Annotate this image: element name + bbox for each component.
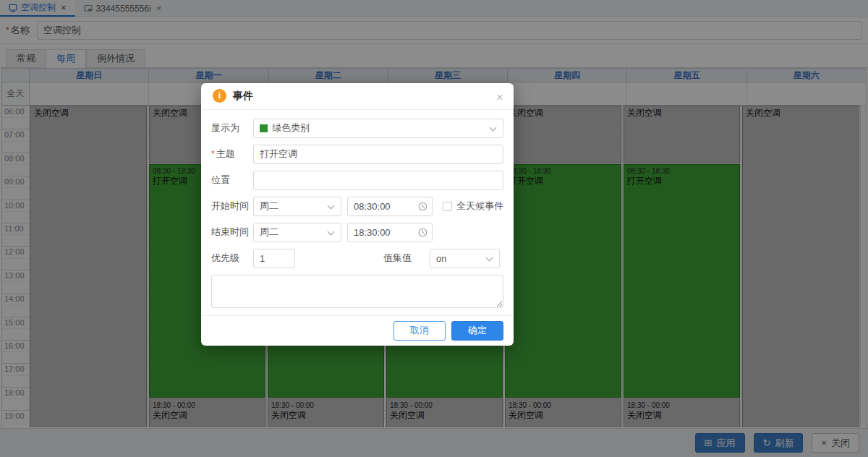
end-day-select[interactable]: 周二 [253, 223, 341, 242]
location-label: 位置 [211, 174, 253, 187]
priority-label: 优先级 [211, 252, 253, 265]
chevron-down-icon [328, 202, 335, 210]
dialog-footer: 取消 确定 [201, 315, 514, 346]
green-category-swatch [260, 124, 268, 132]
info-icon: i [213, 89, 226, 103]
start-day-select[interactable]: 周二 [253, 197, 341, 216]
allday-checkbox[interactable] [443, 202, 452, 211]
clock-icon [418, 228, 427, 237]
display-as-label: 显示为 [211, 121, 253, 134]
dialog-close-icon[interactable]: × [496, 90, 503, 105]
priority-input[interactable] [253, 249, 295, 268]
subject-label: *主题 [211, 148, 253, 161]
cancel-button[interactable]: 取消 [393, 321, 446, 341]
chevron-down-icon [490, 124, 497, 132]
start-time-label: 开始时间 [211, 200, 253, 213]
ok-button[interactable]: 确定 [451, 321, 503, 341]
dialog-header: i 事件 × [201, 83, 514, 110]
dialog-title: 事件 [233, 90, 253, 103]
location-input[interactable] [253, 171, 503, 190]
chevron-down-icon [328, 228, 335, 236]
clock-icon [418, 202, 427, 211]
end-time-label: 结束时间 [211, 226, 253, 239]
dialog-body: 显示为 绿色类别 *主题 位置 开始时间 周二 [201, 110, 514, 308]
value-set-select[interactable]: on [430, 249, 500, 268]
allday-checkbox-label: 全天候事件 [456, 200, 503, 213]
description-textarea[interactable] [211, 275, 503, 308]
chevron-down-icon [486, 255, 493, 262]
subject-input[interactable] [253, 145, 503, 164]
display-as-select[interactable]: 绿色类别 [253, 119, 503, 138]
value-set-label: 值集值 [383, 252, 430, 265]
event-dialog: i 事件 × 显示为 绿色类别 *主题 位置 开始时间 周二 [201, 83, 514, 346]
